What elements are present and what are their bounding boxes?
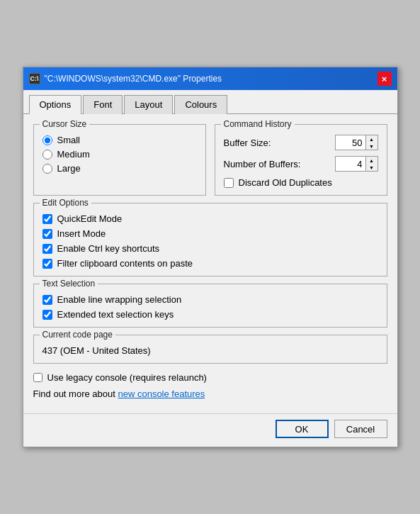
close-button[interactable]: × bbox=[378, 72, 392, 86]
text-selection-legend: Text Selection bbox=[40, 279, 98, 289]
code-page-legend: Current code page bbox=[40, 330, 115, 340]
dialog-content: Cursor Size Small Medium Large bbox=[23, 114, 397, 413]
text-selection-group: Text Selection Enable line wrapping sele… bbox=[33, 284, 387, 328]
num-buffers-up[interactable]: ▲ bbox=[366, 157, 378, 164]
ctrl-shortcuts-label: Enable Ctrl key shortcuts bbox=[57, 243, 160, 254]
tab-font[interactable]: Font bbox=[83, 95, 123, 114]
text-selection-content: Enable line wrapping selection Extended … bbox=[42, 294, 378, 320]
num-buffers-row: Number of Buffers: 4 ▲ ▼ bbox=[224, 156, 378, 172]
edit-options-legend: Edit Options bbox=[40, 198, 91, 208]
new-console-features-link[interactable]: new console features bbox=[118, 389, 205, 399]
quickedit-row[interactable]: QuickEdit Mode bbox=[42, 213, 378, 224]
tab-bar: Options Font Layout Colours bbox=[23, 90, 397, 114]
cursor-small[interactable]: Small bbox=[42, 135, 197, 145]
num-buffers-down[interactable]: ▼ bbox=[366, 164, 378, 171]
cursor-size-legend: Cursor Size bbox=[40, 119, 90, 129]
link-prefix: Find out more about bbox=[33, 389, 118, 399]
num-buffers-spinbox: 4 ▲ ▼ bbox=[335, 156, 378, 172]
cursor-small-radio[interactable] bbox=[42, 135, 52, 145]
edit-options-group: Edit Options QuickEdit Mode Insert Mode … bbox=[33, 203, 387, 276]
top-row: Cursor Size Small Medium Large bbox=[33, 124, 387, 196]
filter-clipboard-row[interactable]: Filter clipboard contents on paste bbox=[42, 258, 378, 269]
cursor-medium-radio[interactable] bbox=[42, 150, 52, 160]
extended-selection-checkbox[interactable] bbox=[42, 310, 52, 320]
code-page-value: 437 (OEM - United States) bbox=[42, 345, 378, 356]
buffer-size-down[interactable]: ▼ bbox=[366, 143, 378, 150]
cursor-small-label: Small bbox=[57, 135, 81, 145]
command-history-group: Command History Buffer Size: 50 ▲ ▼ bbox=[215, 124, 387, 196]
quickedit-label: QuickEdit Mode bbox=[57, 213, 123, 224]
buffer-size-up[interactable]: ▲ bbox=[366, 135, 378, 143]
buffer-size-input[interactable]: 50 bbox=[335, 135, 366, 150]
quickedit-checkbox[interactable] bbox=[42, 214, 52, 224]
buffer-size-row: Buffer Size: 50 ▲ ▼ bbox=[224, 135, 378, 150]
ctrl-shortcuts-checkbox[interactable] bbox=[42, 244, 52, 254]
ok-button[interactable]: OK bbox=[276, 420, 329, 438]
cancel-button[interactable]: Cancel bbox=[334, 420, 387, 438]
line-wrapping-checkbox[interactable] bbox=[42, 295, 52, 305]
num-buffers-input[interactable]: 4 bbox=[335, 156, 366, 172]
num-buffers-label: Number of Buffers: bbox=[224, 159, 301, 169]
discard-duplicates-checkbox[interactable] bbox=[224, 178, 234, 188]
title-bar: C:\ "C:\WINDOWS\system32\CMD.exe" Proper… bbox=[23, 67, 397, 90]
buffer-size-spinbox: 50 ▲ ▼ bbox=[335, 135, 378, 150]
cursor-large[interactable]: Large bbox=[42, 163, 197, 174]
title-bar-left: C:\ "C:\WINDOWS\system32\CMD.exe" Proper… bbox=[29, 73, 222, 84]
filter-clipboard-checkbox[interactable] bbox=[42, 259, 52, 269]
discard-duplicates-label: Discard Old Duplicates bbox=[239, 177, 332, 188]
cursor-large-label: Large bbox=[57, 163, 81, 174]
legacy-console-label: Use legacy console (requires relaunch) bbox=[47, 372, 207, 383]
cursor-medium-label: Medium bbox=[57, 149, 90, 160]
tab-options[interactable]: Options bbox=[29, 95, 82, 114]
cursor-size-options: Small Medium Large bbox=[42, 135, 197, 174]
app-icon: C:\ bbox=[29, 73, 40, 84]
tab-layout[interactable]: Layout bbox=[124, 95, 173, 114]
num-buffers-spin-buttons: ▲ ▼ bbox=[366, 156, 378, 172]
insert-mode-row[interactable]: Insert Mode bbox=[42, 228, 378, 239]
dialog-title: "C:\WINDOWS\system32\CMD.exe" Properties bbox=[45, 74, 222, 84]
cursor-size-group: Cursor Size Small Medium Large bbox=[33, 124, 206, 196]
properties-dialog: C:\ "C:\WINDOWS\system32\CMD.exe" Proper… bbox=[23, 67, 398, 447]
link-row: Find out more about new console features bbox=[33, 389, 387, 399]
buffer-size-label: Buffer Size: bbox=[224, 138, 271, 148]
command-history-content: Buffer Size: 50 ▲ ▼ Number of Buffers: bbox=[224, 135, 378, 188]
extended-selection-row[interactable]: Extended text selection keys bbox=[42, 309, 378, 320]
command-history-legend: Command History bbox=[221, 119, 295, 129]
extended-selection-label: Extended text selection keys bbox=[57, 309, 174, 320]
filter-clipboard-label: Filter clipboard contents on paste bbox=[57, 258, 193, 269]
cursor-large-radio[interactable] bbox=[42, 164, 52, 174]
insert-mode-checkbox[interactable] bbox=[42, 229, 52, 239]
discard-duplicates-row[interactable]: Discard Old Duplicates bbox=[224, 177, 378, 188]
line-wrapping-label: Enable line wrapping selection bbox=[57, 294, 182, 305]
ctrl-shortcuts-row[interactable]: Enable Ctrl key shortcuts bbox=[42, 243, 378, 254]
code-page-group: Current code page 437 (OEM - United Stat… bbox=[33, 335, 387, 364]
buffer-size-spin-buttons: ▲ ▼ bbox=[366, 135, 378, 150]
legacy-console-checkbox[interactable] bbox=[33, 373, 42, 382]
line-wrapping-row[interactable]: Enable line wrapping selection bbox=[42, 294, 378, 305]
insert-mode-label: Insert Mode bbox=[57, 228, 106, 239]
button-row: OK Cancel bbox=[23, 413, 397, 447]
tab-colours[interactable]: Colours bbox=[174, 95, 227, 114]
cursor-medium[interactable]: Medium bbox=[42, 149, 197, 160]
edit-options-content: QuickEdit Mode Insert Mode Enable Ctrl k… bbox=[42, 213, 378, 269]
legacy-console-row[interactable]: Use legacy console (requires relaunch) bbox=[33, 372, 387, 383]
